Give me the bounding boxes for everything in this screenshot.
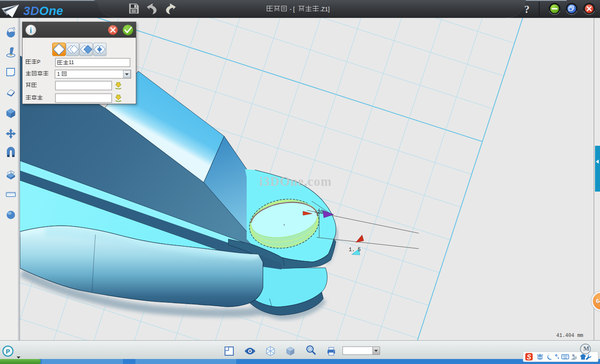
svg-text:1: 1 — [57, 71, 60, 77]
svg-text:S: S — [527, 354, 531, 361]
svg-text:.Z1]: .Z1] — [320, 6, 330, 12]
svg-text:3DOne: 3DOne — [23, 4, 63, 17]
svg-text:-20: -20 — [314, 209, 323, 215]
svg-text:11: 11 — [69, 60, 74, 65]
svg-text:i3DOne.com: i3DOne.com — [259, 174, 332, 189]
svg-text:?: ? — [524, 3, 530, 15]
svg-text:1. 5: 1. 5 — [349, 247, 361, 253]
svg-text:- [: - [ — [290, 6, 295, 12]
svg-text:P: P — [37, 59, 40, 65]
